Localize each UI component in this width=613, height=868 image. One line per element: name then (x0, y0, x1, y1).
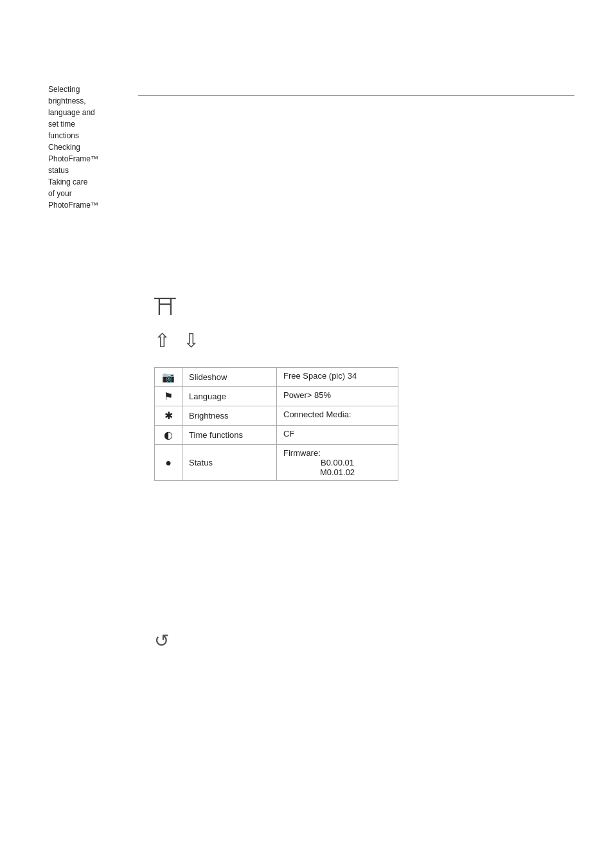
sidebar-text: Selecting brightness, language and set t… (48, 84, 132, 211)
up-arrow-icon[interactable]: ⇧ (154, 329, 170, 352)
main-content: ⛩ ⇧ ⇩ 📷 Slideshow Free Space (pic) 34 ⚑ … (154, 296, 398, 481)
back-icon[interactable]: ↺ (154, 630, 169, 651)
table-row[interactable]: ● Status Firmware: B0.00.01 M0.01.02 (155, 445, 398, 481)
slideshow-label: Slideshow (182, 368, 277, 387)
table-row[interactable]: 📷 Slideshow Free Space (pic) 34 (155, 368, 398, 387)
menu-table: 📷 Slideshow Free Space (pic) 34 ⚑ Langua… (154, 367, 398, 481)
firmware-b-version: B0.00.01 (283, 458, 391, 467)
status-icon: ● (155, 445, 182, 481)
free-space-info: Free Space (pic) 34 (277, 368, 398, 387)
table-row[interactable]: ✱ Brightness Connected Media: (155, 406, 398, 426)
power-info: Power> 85% (277, 387, 398, 406)
connected-media-info: Connected Media: (277, 406, 398, 426)
section-divider (138, 95, 574, 96)
language-label: Language (182, 387, 277, 406)
brightness-label: Brightness (182, 406, 277, 426)
language-icon: ⚑ (155, 387, 182, 406)
navigation-arrows: ⇧ ⇩ (154, 329, 398, 352)
slideshow-icon: 📷 (155, 368, 182, 387)
brightness-icon: ✱ (155, 406, 182, 426)
firmware-info: Firmware: B0.00.01 M0.01.02 (277, 445, 398, 481)
table-row[interactable]: ◐ Time functions CF (155, 426, 398, 445)
cf-info: CF (277, 426, 398, 445)
time-functions-label: Time functions (182, 426, 277, 445)
down-arrow-icon[interactable]: ⇩ (183, 329, 199, 352)
firmware-m-version: M0.01.02 (283, 467, 391, 477)
status-label: Status (182, 445, 277, 481)
settings-icon: ⛩ (154, 296, 398, 319)
sidebar: Selecting brightness, language and set t… (48, 84, 132, 211)
time-icon: ◐ (155, 426, 182, 445)
table-row[interactable]: ⚑ Language Power> 85% (155, 387, 398, 406)
